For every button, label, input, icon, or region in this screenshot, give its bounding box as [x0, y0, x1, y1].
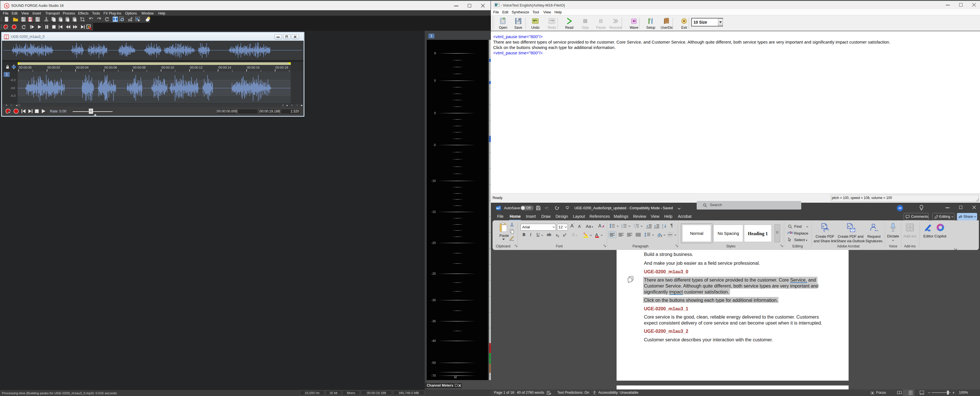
svg-text:3: 3 [635, 227, 636, 228]
svg-text:Z: Z [662, 227, 663, 229]
svg-text:S: S [6, 4, 8, 8]
svg-text:A: A [822, 225, 824, 228]
svg-text:3.: 3. [621, 227, 623, 228]
svg-text:A: A [848, 225, 850, 228]
svg-text:W: W [496, 207, 499, 210]
svg-text:as: as [5, 37, 8, 39]
